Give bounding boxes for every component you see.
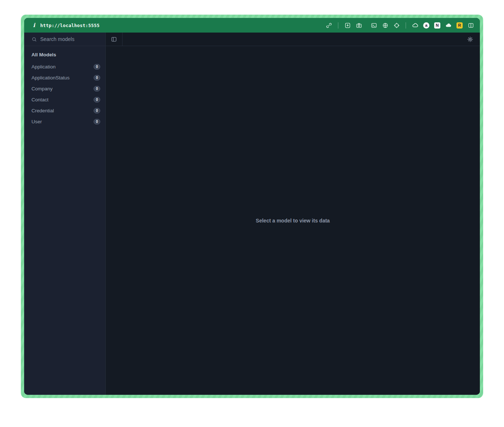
- search-input[interactable]: [40, 36, 95, 42]
- terminal-icon[interactable]: [371, 22, 377, 29]
- screenshot-frame: i http://localhost:5555: [21, 15, 483, 398]
- layout-columns-icon[interactable]: [467, 22, 474, 29]
- count-badge: 0: [94, 86, 100, 91]
- info-icon[interactable]: i: [31, 22, 37, 29]
- titlebar-actions: a N R: [326, 22, 474, 29]
- sidebar-item-contact[interactable]: Contact 0: [31, 94, 100, 105]
- model-label: Application: [31, 64, 56, 70]
- titlebar-separator: [338, 22, 338, 29]
- toolbar-right: [123, 33, 480, 46]
- model-label: Credential: [31, 108, 54, 113]
- models-sidebar: All Models Application 0 ApplicationStat…: [24, 46, 106, 395]
- empty-state-message: Select a model to view its data: [256, 218, 330, 224]
- model-label: Company: [31, 86, 53, 91]
- panel-left-icon: [111, 36, 117, 42]
- sidebar-heading: All Models: [31, 52, 100, 57]
- app-icon-a[interactable]: a: [423, 22, 429, 29]
- cloud-filled-icon[interactable]: [445, 22, 452, 29]
- browser-titlebar: i http://localhost:5555: [24, 18, 480, 33]
- sidebar-item-application[interactable]: Application 0: [31, 61, 100, 72]
- crosshair-icon[interactable]: [393, 22, 400, 29]
- url-text[interactable]: http://localhost:5555: [40, 23, 99, 28]
- search-icon: [31, 37, 37, 42]
- browser-window: i http://localhost:5555: [24, 18, 480, 395]
- count-badge: 0: [94, 64, 100, 70]
- camera-icon[interactable]: [356, 22, 362, 29]
- app-icon-r[interactable]: R: [456, 22, 463, 29]
- settings-gear-icon[interactable]: [467, 36, 473, 42]
- count-badge: 0: [94, 75, 100, 80]
- model-label: Contact: [31, 97, 49, 102]
- cloud-outline-icon[interactable]: [412, 22, 418, 29]
- titlebar-separator: [406, 22, 406, 29]
- model-label: ApplicationStatus: [31, 75, 69, 80]
- data-view: Select a model to view its data: [106, 46, 480, 395]
- globe-icon[interactable]: [382, 22, 388, 29]
- sidebar-item-applicationstatus[interactable]: ApplicationStatus 0: [31, 72, 100, 83]
- count-badge: 0: [94, 97, 100, 102]
- app-icon-n[interactable]: N: [434, 22, 440, 29]
- sidebar-toggle-button[interactable]: [106, 33, 123, 46]
- app-content: All Models Application 0 ApplicationStat…: [24, 46, 480, 395]
- app-toolbar: [24, 33, 480, 46]
- count-badge: 0: [94, 119, 100, 124]
- sidebar-item-credential[interactable]: Credential 0: [31, 105, 100, 116]
- model-label: User: [31, 119, 42, 124]
- count-badge: 0: [94, 108, 100, 113]
- download-icon[interactable]: [344, 22, 351, 29]
- sidebar-item-company[interactable]: Company 0: [31, 83, 100, 94]
- model-search[interactable]: [24, 33, 106, 46]
- link-icon[interactable]: [326, 22, 332, 29]
- sidebar-item-user[interactable]: User 0: [31, 116, 100, 127]
